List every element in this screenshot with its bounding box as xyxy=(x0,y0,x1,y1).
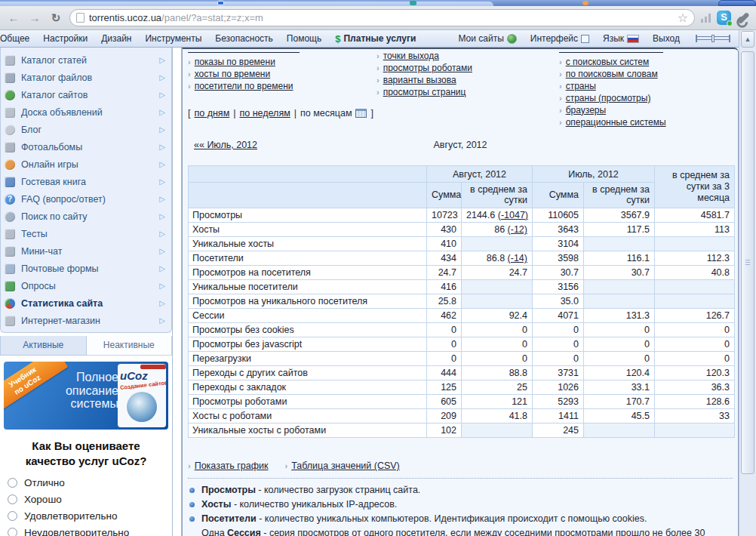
aug-avg-cell: 121 xyxy=(462,394,533,408)
sidebar-item[interactable]: Интернет-магазин▷ xyxy=(1,312,171,329)
survey-option[interactable]: Удовлетворительно xyxy=(8,510,166,522)
report-link-row: ›точки выхода xyxy=(376,51,559,60)
toolbar-menu-item[interactable]: Настройки xyxy=(36,33,94,45)
sidebar-item[interactable]: Доска объявлений▷ xyxy=(1,103,171,121)
action-link[interactable]: Показать график xyxy=(195,461,269,471)
report-link[interactable]: операционные системы xyxy=(566,117,666,128)
browser-active-tab[interactable] xyxy=(0,2,494,6)
sidebar-item[interactable]: Каталог статей▷ xyxy=(1,51,171,69)
sidebar-item[interactable]: Статистика сайта▷ xyxy=(1,294,171,312)
survey-option[interactable]: Отлично xyxy=(8,477,166,488)
url-text[interactable]: torrentis.ucoz.ua/panel/?a=stat;z=z;x=m xyxy=(89,12,673,23)
tab-inactive-modules[interactable]: Неактивные xyxy=(87,336,173,356)
reload-icon[interactable]: ↻ xyxy=(48,11,63,25)
clipped-link[interactable] xyxy=(188,51,300,53)
toolbar-menu-item[interactable]: Общее xyxy=(0,33,36,45)
panel-width-slider[interactable] xyxy=(696,35,730,43)
jul-avg-cell xyxy=(584,423,655,437)
label-column-header xyxy=(189,166,427,183)
address-bar[interactable]: torrentis.ucoz.ua/panel/?a=stat;z=z;x=m … xyxy=(69,9,695,26)
back-icon[interactable]: ← xyxy=(6,11,21,24)
page-scrollbar[interactable]: ▲ xyxy=(739,30,756,536)
aug-sum-cell: 605 xyxy=(427,394,462,408)
report-link[interactable]: варианты вызова xyxy=(383,75,456,85)
clipped-link[interactable] xyxy=(559,51,663,53)
report-link[interactable]: по поисковым словам xyxy=(566,69,658,79)
period-link[interactable]: по неделям xyxy=(240,108,290,119)
survey-option[interactable]: Неудовлетворительно xyxy=(8,527,166,536)
action-link[interactable]: Таблица значений (CSV) xyxy=(291,461,400,471)
report-link[interactable]: посетители по времени xyxy=(195,81,293,91)
toolbar-menu-item[interactable]: Дизайн xyxy=(94,33,138,45)
report-link[interactable]: страны xyxy=(566,81,596,91)
sidebar-item[interactable]: Фотоальбомы▷ xyxy=(1,138,171,156)
radio-icon[interactable] xyxy=(8,494,17,504)
delta-link[interactable]: (-12) xyxy=(508,224,527,235)
sidebar-item[interactable]: Блог▷ xyxy=(1,121,171,138)
sidebar-item[interactable]: Опросы▷ xyxy=(1,277,171,294)
report-link[interactable]: показы по времени xyxy=(195,57,275,67)
report-link-row: ›страны (просмотры) xyxy=(559,93,733,103)
bookmark-star-icon[interactable]: ☆ xyxy=(678,11,688,25)
sidebar-item[interactable]: ?FAQ (вопрос/ответ)▷ xyxy=(1,190,171,208)
toolbar-menu-item[interactable]: Безопасность xyxy=(208,33,280,45)
report-link[interactable]: страны (просмотры) xyxy=(566,93,651,103)
ucoz-book-ad-banner[interactable]: Учебникпо uCoz Полноеописаниесистемы uCo… xyxy=(4,362,168,430)
sidebar-item[interactable]: Каталог файлов▷ xyxy=(1,69,171,86)
jul-avg-cell: 0 xyxy=(584,337,655,351)
sidebar-item[interactable]: Каталог сайтов▷ xyxy=(1,86,171,103)
jul-avg-cell: 120.4 xyxy=(584,365,655,380)
jul-avg-cell: 0 xyxy=(584,322,655,337)
table-row: Просмотры роботами6051215293170.7128.6 xyxy=(189,394,735,408)
table-row: Просмотры107232144.6 (-1047)1106053567.9… xyxy=(189,208,735,222)
stats-bars-icon[interactable] xyxy=(701,13,711,23)
sidebar-item-label: Онлайн игры xyxy=(21,159,159,170)
skype-icon[interactable]: S xyxy=(717,11,731,25)
wrench-menu-icon[interactable] xyxy=(737,11,749,23)
report-link[interactable]: браузеры xyxy=(566,105,606,116)
report-link[interactable]: просмотры страниц xyxy=(383,87,466,97)
legend-text: Одна Сессия - серия просмотров от одного… xyxy=(201,528,733,536)
chevron-icon: › xyxy=(188,461,191,470)
toolbar-menu-item[interactable]: $Платные услуги xyxy=(328,33,423,45)
toolbar-menu-item[interactable]: Инструменты xyxy=(138,33,208,45)
report-actions: ›Показать график›Таблица значений (CSV) xyxy=(188,461,733,471)
delta-link[interactable]: (-1047) xyxy=(498,210,528,220)
action-link-row: ›Показать график xyxy=(188,461,268,471)
report-links-col3: ›с поисковых систем›по поисковым словам›… xyxy=(559,51,733,129)
scrollbar-thumb[interactable] xyxy=(741,51,754,474)
report-link[interactable]: хосты по времени xyxy=(195,69,270,79)
row-label: Сессии xyxy=(189,308,427,322)
forward-icon[interactable]: → xyxy=(27,11,42,24)
delta-link[interactable]: (-14) xyxy=(508,253,527,263)
sites-globe-icon xyxy=(5,90,15,100)
report-link[interactable]: с поисковых систем xyxy=(566,57,650,67)
scroll-up-arrow[interactable]: ▲ xyxy=(741,31,754,48)
toolbar-menu-item[interactable]: Язык xyxy=(596,33,646,44)
sidebar-item[interactable]: Тесты▷ xyxy=(1,225,171,242)
sidebar-item[interactable]: Поиск по сайту▷ xyxy=(1,208,171,225)
aug-sum-cell: 430 xyxy=(427,222,462,236)
sidebar-item[interactable]: Мини-чат▷ xyxy=(1,242,171,260)
chevron-right-icon: ▷ xyxy=(159,282,165,290)
toolbar-menu-item[interactable]: Помощь xyxy=(280,33,328,45)
tab-active-modules[interactable]: Активные xyxy=(0,336,87,356)
toolbar-menu-item[interactable]: Интерфейс xyxy=(524,33,596,44)
radio-icon[interactable] xyxy=(8,478,17,488)
toolbar-menu-item[interactable]: Выход xyxy=(646,33,687,44)
radio-icon[interactable] xyxy=(8,528,17,536)
toolbar-menu-item[interactable]: Мои сайты xyxy=(451,33,523,44)
sidebar-item[interactable]: Почтовые формы▷ xyxy=(1,260,171,277)
sidebar-item[interactable]: Гостевая книга▷ xyxy=(1,173,171,190)
radio-icon[interactable] xyxy=(8,511,17,521)
chevron-icon: › xyxy=(559,57,562,66)
browser-window-button[interactable] xyxy=(718,0,756,6)
report-link[interactable]: просмотры роботами xyxy=(383,63,472,73)
sidebar-item[interactable]: Онлайн игры▷ xyxy=(1,156,171,173)
aug-sum-cell: 410 xyxy=(427,236,462,251)
survey-option[interactable]: Хорошо xyxy=(8,494,166,505)
report-link[interactable]: точки выхода xyxy=(383,51,439,61)
sidebar-item-label: Статистика сайта xyxy=(21,298,159,309)
period-link[interactable]: по дням xyxy=(194,108,229,119)
prev-month-link[interactable]: «« Июль, 2012 xyxy=(194,140,257,150)
